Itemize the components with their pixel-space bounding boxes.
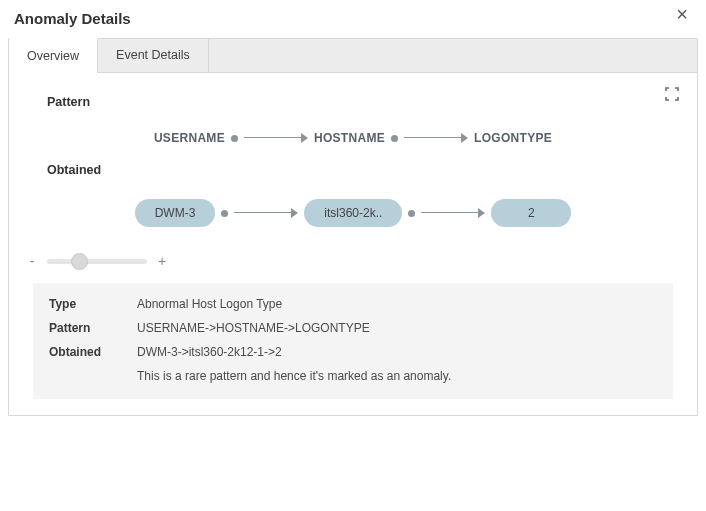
arrow-icon [244, 133, 308, 143]
details-label-obtained: Obtained [49, 345, 137, 359]
zoom-slider: - + [27, 253, 673, 269]
dot-icon [408, 210, 415, 217]
obtained-node-2[interactable]: itsl360-2k.. [304, 199, 402, 227]
zoom-slider-track[interactable] [47, 259, 147, 264]
overview-panel: Pattern USERNAME HOSTNAME LOGONTYPE Obta… [8, 73, 698, 416]
obtained-node-1[interactable]: DWM-3 [135, 199, 216, 227]
details-label-type: Type [49, 297, 137, 311]
details-value-type: Abnormal Host Logon Type [137, 297, 282, 311]
arrow-icon [421, 208, 485, 218]
details-box: Type Abnormal Host Logon Type Pattern US… [33, 283, 673, 399]
details-row-pattern: Pattern USERNAME->HOSTNAME->LOGONTYPE [49, 321, 657, 335]
details-description: This is a rare pattern and hence it's ma… [137, 369, 657, 383]
pattern-section-title: Pattern [47, 95, 673, 109]
obtained-section-title: Obtained [47, 163, 673, 177]
pattern-node-hostname: HOSTNAME [314, 131, 385, 145]
details-value-obtained: DWM-3->itsl360-2k12-1->2 [137, 345, 282, 359]
obtained-node-3[interactable]: 2 [491, 199, 571, 227]
tab-overview[interactable]: Overview [9, 38, 98, 72]
dialog-title: Anomaly Details [14, 10, 131, 27]
details-row-obtained: Obtained DWM-3->itsl360-2k12-1->2 [49, 345, 657, 359]
tab-event-details[interactable]: Event Details [98, 39, 209, 72]
details-value-pattern: USERNAME->HOSTNAME->LOGONTYPE [137, 321, 370, 335]
arrow-icon [234, 208, 298, 218]
arrow-icon [404, 133, 468, 143]
pattern-node-username: USERNAME [154, 131, 225, 145]
details-label-pattern: Pattern [49, 321, 137, 335]
close-icon[interactable]: × [672, 4, 692, 24]
dot-icon [221, 210, 228, 217]
obtained-flow: DWM-3 itsl360-2k.. 2 [33, 199, 673, 227]
dot-icon [231, 135, 238, 142]
pattern-node-logontype: LOGONTYPE [474, 131, 552, 145]
expand-icon[interactable] [665, 87, 679, 101]
details-row-type: Type Abnormal Host Logon Type [49, 297, 657, 311]
zoom-in-button[interactable]: + [157, 253, 167, 269]
pattern-flow: USERNAME HOSTNAME LOGONTYPE [33, 131, 673, 145]
dot-icon [391, 135, 398, 142]
zoom-slider-thumb[interactable] [71, 253, 88, 270]
zoom-out-button[interactable]: - [27, 253, 37, 269]
tab-bar: Overview Event Details [8, 38, 698, 73]
